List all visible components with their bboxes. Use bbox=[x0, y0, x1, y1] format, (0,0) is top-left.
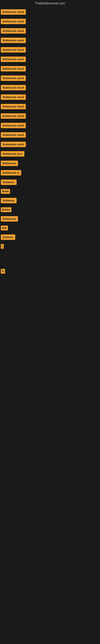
bottleneck-item: Bott bbox=[1, 225, 99, 232]
bottleneck-badge[interactable]: Bottlenec bbox=[1, 180, 17, 185]
bottleneck-item: Bottleneck result bbox=[1, 56, 99, 63]
bottleneck-item: Bottleneck result bbox=[1, 132, 99, 139]
bottleneck-badge[interactable]: Bottleneck result bbox=[1, 66, 26, 72]
bottleneck-item: Bottlene bbox=[1, 234, 99, 241]
bottleneck-badge[interactable]: Bottleneck result bbox=[1, 47, 26, 52]
bottleneck-item: Bottleneck result bbox=[1, 141, 99, 148]
bottleneck-item: Bottleneck result bbox=[1, 104, 99, 110]
bottleneck-item: Bottlenec bbox=[1, 179, 99, 186]
bottleneck-item: Bottleneck re bbox=[1, 170, 99, 177]
spacer bbox=[1, 277, 99, 294]
bottleneck-badge[interactable]: Bottleneck result bbox=[1, 142, 26, 147]
bottleneck-item: Bottlenec bbox=[1, 198, 99, 204]
bottleneck-badge[interactable]: Bottleneck result bbox=[1, 19, 26, 24]
bottleneck-badge[interactable]: B bbox=[1, 269, 5, 274]
bottleneck-item: Bottleneck result bbox=[1, 113, 99, 120]
bottleneck-badge[interactable]: Bottleneck result bbox=[1, 28, 26, 34]
bottleneck-item: Bottleneck result bbox=[1, 75, 99, 82]
bottleneck-badge[interactable]: Bottleneck result bbox=[1, 38, 26, 43]
bottleneck-item: Bottleneck result bbox=[1, 37, 99, 44]
bottleneck-item: Bottle bbox=[1, 188, 99, 195]
bottleneck-item: Bottleneck result bbox=[1, 122, 99, 130]
bottleneck-badge[interactable]: Bott bbox=[1, 226, 8, 230]
bottleneck-item: | bbox=[1, 244, 99, 250]
bottleneck-badge[interactable]: Bottleneck result bbox=[1, 104, 26, 109]
bottleneck-item: Bottleneck result bbox=[1, 84, 99, 92]
bottleneck-badge[interactable]: Bottleneck result bbox=[1, 94, 26, 100]
bottleneck-item: Bottleneck result bbox=[1, 66, 99, 73]
bottleneck-badge[interactable]: Bottlen bbox=[1, 207, 11, 212]
bottleneck-badge[interactable]: Bottleneck result bbox=[1, 113, 26, 119]
bottleneck-item: Bottleneck bbox=[1, 160, 99, 167]
items-container: Bottleneck resultBottleneck resultBottle… bbox=[0, 7, 100, 312]
bottleneck-badge[interactable]: Bottleneck result bbox=[1, 85, 26, 90]
bottleneck-item: Bottlen bbox=[1, 207, 99, 213]
site-title: TheBottlenecker.com bbox=[0, 0, 100, 7]
bottleneck-badge[interactable]: Bottleneck resu bbox=[1, 151, 24, 156]
bottleneck-badge[interactable]: | bbox=[1, 244, 4, 249]
bottleneck-item: Bottleneck bbox=[1, 216, 99, 223]
bottleneck-badge[interactable]: Bottlenec bbox=[1, 198, 17, 203]
bottleneck-badge[interactable]: Bottleneck re bbox=[1, 170, 21, 176]
bottleneck-item: B bbox=[1, 268, 99, 275]
bottleneck-item: Bottleneck result bbox=[1, 9, 99, 16]
bottleneck-badge[interactable]: Bottleneck result bbox=[1, 132, 26, 138]
bottleneck-item: Bottleneck result bbox=[1, 47, 99, 54]
bottleneck-badge[interactable]: Bottlene bbox=[1, 234, 15, 240]
bottleneck-item: Bottleneck resu bbox=[1, 151, 99, 158]
bottleneck-item: Bottleneck result bbox=[1, 94, 99, 101]
spacer bbox=[1, 252, 99, 268]
bottleneck-badge[interactable]: Bottleneck result bbox=[1, 76, 26, 81]
bottleneck-badge[interactable]: Bottleneck result bbox=[1, 9, 26, 15]
bottleneck-badge[interactable]: Bottleneck result bbox=[1, 123, 26, 128]
spacer bbox=[1, 294, 99, 310]
bottleneck-item: Bottleneck result bbox=[1, 28, 99, 35]
bottleneck-badge[interactable]: Bottle bbox=[1, 189, 10, 194]
bottleneck-badge[interactable]: Bottleneck bbox=[1, 160, 18, 166]
bottleneck-item: Bottleneck result bbox=[1, 18, 99, 25]
bottleneck-badge[interactable]: Bottleneck result bbox=[1, 56, 26, 62]
bottleneck-badge[interactable]: Bottleneck bbox=[1, 216, 18, 222]
